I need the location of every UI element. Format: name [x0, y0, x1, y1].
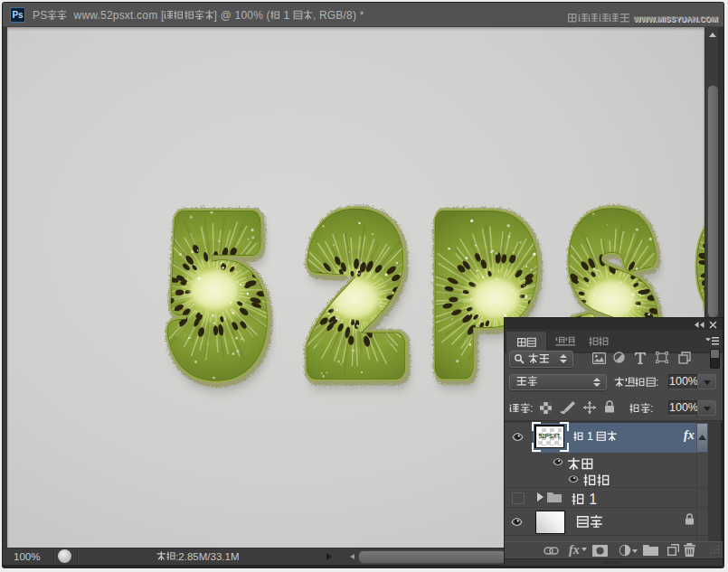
svg-text:52PSXT: 52PSXT: [539, 433, 560, 439]
